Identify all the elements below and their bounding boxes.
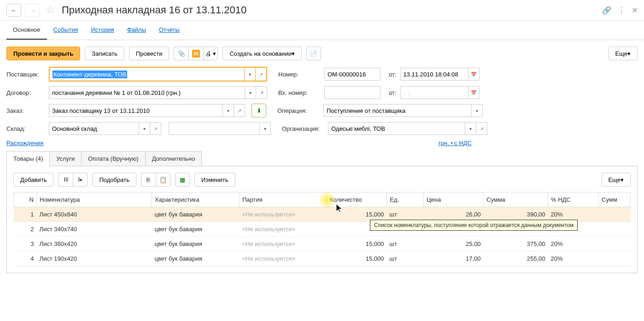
tab-payment[interactable]: Оплата (Вручную) [81,151,145,166]
warehouse-open-button[interactable]: ↗ [150,122,161,135]
cell-sum[interactable]: 375,00 [484,237,548,251]
header-n[interactable]: N [14,193,37,207]
paste-button[interactable]: 📋 [156,173,170,187]
date-picker-button[interactable]: 📅 [468,68,480,81]
change-button[interactable]: Изменить [194,173,235,187]
table-row[interactable]: 4 Лист 190х420 цвет бук бавария <Не испо… [14,251,631,266]
back-button[interactable]: ← [6,4,21,17]
more-button[interactable]: Еще ▾ [609,47,638,60]
cell-price[interactable]: 25,00 [424,237,484,251]
warehouse-extra-dropdown-button[interactable]: ▾ [260,122,271,135]
cell-sum2[interactable] [599,207,631,222]
warehouse-dropdown-button[interactable]: ▾ [139,122,150,135]
header-sum2[interactable]: Сумм [599,193,631,207]
header-quantity[interactable]: Количество [327,193,387,207]
header-batch[interactable]: Партия [240,193,327,207]
cell-n[interactable]: 2 [14,222,37,237]
cell-n[interactable]: 4 [14,251,37,266]
scan-button[interactable]: ⦀▸ [73,173,88,187]
operation-input[interactable] [323,104,472,117]
cell-price[interactable]: 17,00 [424,251,484,266]
supplier-dropdown-button[interactable]: ▾ [244,68,255,81]
tab-events[interactable]: События [47,21,85,40]
print-button[interactable]: 🖨 ▾ [203,47,218,60]
incoming-date-input[interactable] [400,86,468,99]
cell-characteristic[interactable]: цвет бук бавария [152,251,240,266]
number-input[interactable] [324,68,381,81]
cell-batch[interactable]: <Не используется> [240,207,327,222]
create-based-button[interactable]: Создать на основании ▾ [222,47,302,60]
header-sum[interactable]: Сумма [484,193,548,207]
contract-dropdown-button[interactable]: ▾ [245,86,256,99]
close-icon[interactable]: ✕ [632,6,638,15]
attach-button[interactable]: 📎 [174,47,188,60]
contract-input[interactable] [49,86,245,99]
tab-goods[interactable]: Товары (4) [6,151,50,166]
cell-batch[interactable]: <Не используется> [240,251,327,266]
cell-vat[interactable]: 20% [548,237,599,251]
spreadsheet-button[interactable]: ▦ [175,173,190,187]
discrepancies-link[interactable]: Расхождения [6,140,43,146]
table-row[interactable]: 3 Лист 360х420 цвет бук бавария <Не испо… [14,237,631,251]
operation-dropdown-button[interactable]: ▾ [472,104,483,117]
date-input[interactable] [400,68,468,81]
contract-open-button[interactable]: ↗ [256,86,267,99]
copy-button[interactable]: ⎘ [141,173,156,187]
org-dropdown-button[interactable]: ▾ [465,122,476,135]
cell-nomenclature[interactable]: Лист 340х740 [37,222,152,237]
header-characteristic[interactable]: Характеристика [152,193,240,207]
forward-button[interactable]: → [25,4,40,17]
warehouse-extra-input[interactable] [169,122,260,135]
header-unit[interactable]: Ед. [387,193,424,207]
mail-button[interactable]: ✉ [188,47,203,60]
tab-services[interactable]: Услуги [49,151,82,166]
header-vat[interactable]: % НДС [548,193,599,207]
order-dropdown-button[interactable]: ▾ [223,104,234,117]
pick-button[interactable]: Подобрать [92,173,136,187]
incoming-date-picker-button[interactable]: 📅 [468,86,480,99]
order-open-button[interactable]: ↗ [234,104,245,117]
favorite-star-icon[interactable]: ☆ [46,4,55,16]
cell-nomenclature[interactable]: Лист 190х420 [37,251,152,266]
report-button[interactable]: 📄 [306,47,321,60]
tab-main[interactable]: Основное [6,21,47,40]
cell-characteristic[interactable]: цвет бук бавария [152,237,240,251]
cell-batch[interactable]: <Не используется> [240,237,327,251]
cell-sum2[interactable] [599,237,631,251]
tab-reports[interactable]: Отчеты [152,21,186,40]
cell-n[interactable]: 1 [14,207,37,222]
cell-characteristic[interactable]: цвет бук бавария [152,207,240,222]
cell-vat[interactable]: 20% [548,251,599,266]
link-icon[interactable]: 🔗 [602,6,611,15]
barcode-button[interactable]: ⦀⦀ [58,173,73,187]
order-add-button[interactable]: ⬇ [252,104,266,117]
order-input[interactable] [49,104,223,117]
warehouse-input[interactable] [49,122,139,135]
supplier-open-button[interactable]: ↗ [255,68,266,81]
tab-files[interactable]: Файлы [121,21,152,40]
cell-batch[interactable]: <Не используется> [240,222,327,237]
org-open-button[interactable]: ↗ [476,122,487,135]
currency-link[interactable]: грн. • с НДС [439,140,472,146]
save-button[interactable]: Записать [85,47,124,60]
cell-unit[interactable]: шт [387,251,424,266]
cell-n[interactable]: 3 [14,237,37,251]
tab-additional[interactable]: Дополнительно [145,151,202,166]
incoming-input[interactable] [324,86,381,99]
header-nomenclature[interactable]: Номенклатура [37,193,152,207]
org-input[interactable] [328,122,465,135]
supplier-input[interactable]: Континент-деревина, ТОВ [50,68,244,81]
header-price[interactable]: Цена [424,193,484,207]
table-more-button[interactable]: Еще ▾ [602,173,631,187]
cell-quantity[interactable]: 15,000 [327,237,387,251]
add-row-button[interactable]: Добавить [13,173,53,187]
cell-sum[interactable]: 255,00 [484,251,548,266]
cell-nomenclature[interactable]: Лист 360х420 [37,237,152,251]
cell-nomenclature[interactable]: Лист 450х840 [37,207,152,222]
tab-history[interactable]: История [84,21,120,40]
cell-unit[interactable]: шт [387,237,424,251]
kebab-menu-icon[interactable]: ⋮ [618,6,625,15]
post-button[interactable]: Провести [129,47,170,60]
cell-sum2[interactable] [599,251,631,266]
cell-sum2[interactable] [599,222,631,237]
